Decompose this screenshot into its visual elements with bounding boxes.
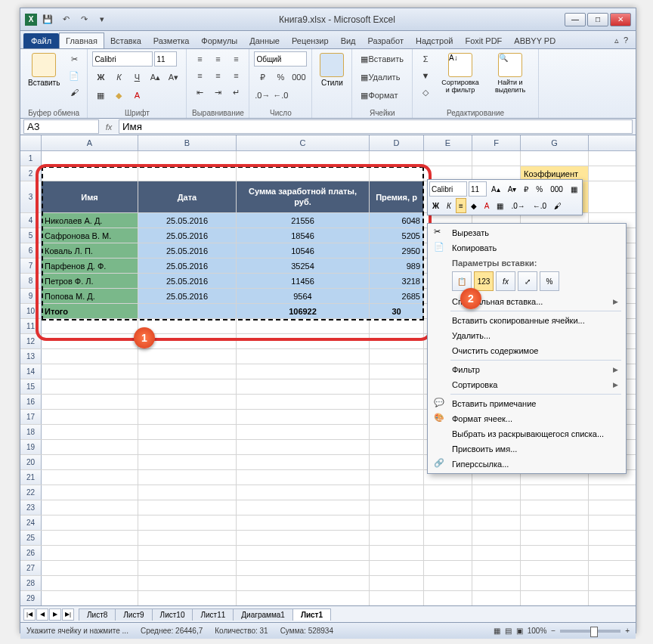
cell[interactable]: 18546 <box>237 228 370 243</box>
cell[interactable] <box>370 500 424 515</box>
cell[interactable] <box>521 576 589 590</box>
row-header[interactable]: 4 <box>20 213 42 228</box>
file-tab[interactable]: Файл <box>23 33 59 48</box>
cell[interactable] <box>42 379 138 394</box>
cell[interactable] <box>42 516 138 530</box>
sheet-tab-active[interactable]: Лист1 <box>292 608 331 621</box>
copy-icon[interactable]: 📄 <box>66 68 82 83</box>
paste-option-values[interactable]: 123 <box>474 271 494 291</box>
cell[interactable] <box>424 531 472 545</box>
formula-input[interactable] <box>119 119 633 134</box>
col-header-D[interactable]: D <box>370 135 424 150</box>
cell[interactable] <box>138 470 237 485</box>
cell[interactable] <box>370 516 424 530</box>
cell[interactable] <box>521 546 589 560</box>
cell[interactable]: 25.05.2016 <box>138 243 237 258</box>
cell[interactable] <box>472 151 521 166</box>
tab-review[interactable]: Рецензир <box>286 33 335 48</box>
cell[interactable] <box>370 395 424 409</box>
insert-cells-button[interactable]: ▦ Вставить <box>357 51 407 67</box>
mt-size-select[interactable] <box>469 181 487 197</box>
cell[interactable]: 11456 <box>237 274 370 288</box>
percent-icon[interactable]: % <box>272 70 289 85</box>
cell[interactable] <box>370 349 424 364</box>
cell[interactable] <box>370 561 424 575</box>
cell[interactable] <box>42 334 138 348</box>
cell[interactable]: Коваль Л. П. <box>42 243 138 258</box>
cell[interactable] <box>472 576 521 590</box>
cell[interactable] <box>237 591 370 605</box>
row-header[interactable]: 22 <box>20 485 42 500</box>
tab-developer[interactable]: Разработ <box>362 33 410 48</box>
ctx-filter[interactable]: Фильтр▶ <box>429 362 624 377</box>
cell[interactable]: Сумма заработной платы, руб. <box>237 181 370 212</box>
cell[interactable] <box>42 410 138 424</box>
cell[interactable] <box>138 304 237 318</box>
cell[interactable] <box>42 561 138 575</box>
row-header[interactable]: 3 <box>20 181 42 212</box>
cell[interactable] <box>237 364 370 379</box>
row-header[interactable]: 20 <box>20 455 42 469</box>
cell[interactable] <box>370 410 424 424</box>
view-layout-icon[interactable]: ▤ <box>505 627 512 635</box>
row-header[interactable]: 28 <box>20 576 42 590</box>
cell[interactable] <box>138 516 237 530</box>
cell[interactable] <box>138 379 237 394</box>
styles-button[interactable]: Стили <box>317 51 347 88</box>
ctx-insert-comment[interactable]: 💬Вставить примечание <box>429 396 624 411</box>
row-header[interactable]: 27 <box>20 561 42 575</box>
align-left-icon[interactable]: ≡ <box>191 68 208 83</box>
cell[interactable] <box>138 151 237 166</box>
cell[interactable] <box>138 455 237 469</box>
row-header[interactable]: 24 <box>20 516 42 530</box>
minimize-ribbon-icon[interactable]: ▵ <box>614 36 619 45</box>
cell[interactable] <box>237 151 370 166</box>
cell[interactable]: 106922 <box>237 304 370 318</box>
row-header[interactable]: 26 <box>20 546 42 560</box>
tab-layout[interactable]: Разметка <box>147 33 196 48</box>
cell[interactable] <box>521 500 589 515</box>
cell[interactable] <box>472 561 521 575</box>
undo-icon[interactable]: ↶ <box>58 12 73 27</box>
cell[interactable] <box>424 561 472 575</box>
cell[interactable] <box>42 151 138 166</box>
cell[interactable] <box>42 364 138 379</box>
increase-font-icon[interactable]: A▴ <box>147 70 163 85</box>
cell[interactable] <box>521 531 589 545</box>
sheet-tab[interactable]: Диаграмма1 <box>233 608 293 621</box>
cell[interactable] <box>370 470 424 485</box>
cell[interactable] <box>370 485 424 500</box>
cell[interactable] <box>42 440 138 454</box>
cell[interactable]: 21556 <box>237 213 370 228</box>
cell[interactable]: Николаев А. Д. <box>42 213 138 228</box>
tab-home[interactable]: Главная <box>59 33 104 48</box>
cell[interactable]: Парфенов Д. Ф. <box>42 259 138 273</box>
row-header[interactable]: 25 <box>20 531 42 545</box>
view-pagebreak-icon[interactable]: ▣ <box>516 627 523 635</box>
cell[interactable]: 3218 <box>370 274 424 288</box>
cell[interactable] <box>138 531 237 545</box>
save-icon[interactable]: 💾 <box>40 12 55 27</box>
cell[interactable] <box>237 349 370 364</box>
mt-shrink-font-icon[interactable]: A▾ <box>505 181 520 197</box>
cell[interactable] <box>424 485 472 500</box>
mt-align-center-button[interactable]: ≡ <box>456 198 466 213</box>
row-header[interactable]: 15 <box>20 379 42 394</box>
cell[interactable] <box>472 516 521 530</box>
mt-italic-button[interactable]: К <box>444 198 454 213</box>
ctx-paste-special[interactable]: Специальная вставка...▶ <box>429 294 624 309</box>
currency-icon[interactable]: ₽ <box>254 70 271 85</box>
cell[interactable] <box>138 485 237 500</box>
ctx-hyperlink[interactable]: 🔗Гиперссылка... <box>429 457 624 472</box>
find-select-button[interactable]: 🔍Найти и выделить <box>487 51 534 95</box>
row-header[interactable]: 29 <box>20 591 42 605</box>
sheet-nav-next[interactable]: ▶ <box>49 608 61 621</box>
cell[interactable] <box>138 410 237 424</box>
ctx-delete[interactable]: Удалить... <box>429 328 624 343</box>
row-header[interactable]: 21 <box>20 470 42 485</box>
col-header-E[interactable]: E <box>424 135 472 150</box>
cell[interactable] <box>138 364 237 379</box>
tab-formulas[interactable]: Формулы <box>195 33 243 48</box>
cell[interactable] <box>42 395 138 409</box>
tab-addins[interactable]: Надстрой <box>410 33 459 48</box>
